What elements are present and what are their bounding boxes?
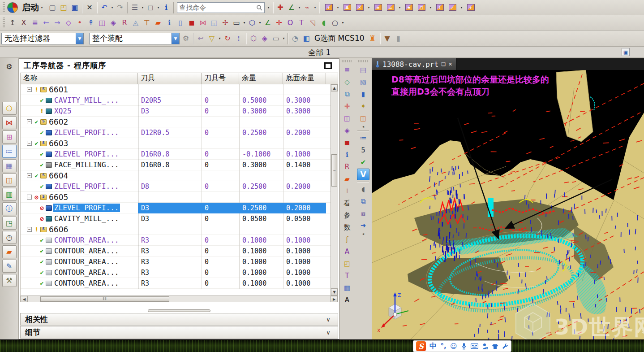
input-method-bar[interactable]: S 中 °, ☺ 13 <box>413 340 511 352</box>
login-person-icon[interactable]: 13 <box>482 343 488 350</box>
undo-icon[interactable]: ↶ <box>99 2 110 13</box>
polygon-tool-icon[interactable]: ⬡ <box>247 17 258 28</box>
radius-r-icon[interactable]: R <box>119 17 130 28</box>
close-icon[interactable]: ✕ <box>84 2 95 13</box>
wcs-orient-icon[interactable]: ✚ <box>275 2 286 13</box>
dashed-rect-icon[interactable]: ▭ <box>270 33 281 44</box>
assembly-cut-view-icon[interactable]: ◧ <box>301 33 312 44</box>
resource-bar-web-browser[interactable]: ◳ <box>2 217 17 230</box>
operation-row-contour-area-[interactable]: ✔CONTOUR_AREA...R300.10000.1000 <box>21 278 331 289</box>
object-information-icon[interactable]: ℹ <box>161 2 172 13</box>
undock-view-icon[interactable]: ❏ <box>441 61 446 67</box>
scroll-up-icon[interactable]: ▲ <box>331 84 338 91</box>
layer-category-icon[interactable]: ⧉ <box>341 88 353 100</box>
info-cube-icon[interactable]: ℹ <box>341 149 353 161</box>
hexagon-point-icon[interactable]: ⬡ <box>248 33 259 44</box>
mirror-plane-icon[interactable]: ⋈ <box>197 17 208 28</box>
ring-o-icon[interactable]: O <box>285 17 296 28</box>
fruit-cube-icon[interactable]: ◫ <box>357 113 369 124</box>
operation-row-zlevel-profi-[interactable]: ✔ZLEVEL_PROFI...D800.25000.2000 <box>21 181 331 192</box>
radius-r-icon[interactable]: R <box>341 161 353 173</box>
operation-row-zlevel-profi-[interactable]: ⊘ZLEVEL_PROFI...D300.25000.2000 <box>21 203 331 213</box>
s5-step-icon[interactable]: 5 <box>357 144 369 156</box>
program-group-row-6603[interactable]: −✔6603 <box>21 138 331 149</box>
layer-visible-icon[interactable]: ◇ <box>341 76 353 88</box>
copy-face-button[interactable]: = <box>373 2 383 13</box>
panel-restore-icon[interactable] <box>324 62 332 69</box>
chevron-down-icon[interactable]: ▼ <box>172 33 179 44</box>
resource-bar-gear[interactable]: ⚙ <box>2 60 17 73</box>
horizontal-scrollbar[interactable]: ◀ ⦀⦀ ▶ <box>21 296 338 302</box>
bounded-cube-icon[interactable]: ◈ <box>108 17 119 28</box>
spring-tool-icon[interactable]: ʃ <box>341 234 353 245</box>
hook-arrow-icon[interactable]: ↩ <box>195 33 206 44</box>
settings-wrench-icon[interactable] <box>502 343 508 349</box>
generate-doc-icon[interactable]: ▧ <box>357 76 369 88</box>
back-arrow-icon[interactable]: ← <box>41 17 52 28</box>
chevron-down-icon[interactable]: ▾ <box>282 33 286 44</box>
cylinder-tool-icon[interactable]: ▯ <box>175 17 186 28</box>
datum-triad-icon[interactable]: ⌁ <box>302 2 313 13</box>
operation-row-contour-area-[interactable]: ✔CONTOUR_AREA...R300.10000.1000 <box>21 267 331 278</box>
gear-link-icon[interactable]: ⚙ <box>180 33 191 44</box>
chevron-down-icon[interactable]: ▾ <box>313 2 317 13</box>
chevron-down-icon[interactable]: ∨ <box>323 329 333 336</box>
chevron-down-icon[interactable]: ▼ <box>76 33 83 44</box>
tool-shank-icon[interactable]: ▮ <box>393 33 404 44</box>
snap-point-icon[interactable]: • <box>74 17 85 28</box>
toolbar-grip[interactable] <box>3 2 5 13</box>
chevron-down-icon[interactable]: ▾ <box>459 2 464 13</box>
program-group-row-6605[interactable]: −⊘6605 <box>21 192 331 203</box>
save-icon[interactable]: ▣ <box>69 2 80 13</box>
sequence-target-icon[interactable]: ⁞ <box>233 33 244 44</box>
operation-row-cavity-mill-[interactable]: ⊘CAVITY_MILL_...D300.05000.0500 <box>21 213 331 224</box>
operation-row-contour-area-[interactable]: ✔CONTOUR_AREA...R300.10000.1000 <box>21 246 331 256</box>
search-input[interactable] <box>179 4 256 12</box>
column-header-stock[interactable]: 余量 <box>239 73 283 84</box>
color-wedge-icon[interactable]: ▰ <box>341 173 353 185</box>
table-anchor-icon[interactable]: ⊤ <box>142 17 152 28</box>
skin-shirt-icon[interactable] <box>492 343 498 349</box>
column-header-toolno[interactable]: 刀具号 <box>202 73 239 84</box>
operation-row-contour-area-[interactable]: ✔CONTOUR_AREA...R300.10000.1000 <box>21 235 331 246</box>
edit-annotation-icon[interactable]: A <box>341 246 353 257</box>
copy-to-machine-icon[interactable]: ⧇ <box>357 208 369 219</box>
panel-splitter[interactable] <box>19 309 339 313</box>
tool-holder-icon[interactable]: ▼ <box>382 33 393 44</box>
chevron-down-icon[interactable]: ▾ <box>429 2 433 13</box>
csys-dynamic-icon[interactable]: ∠ <box>286 2 297 13</box>
chinese-mode-icon[interactable]: 中 <box>429 342 437 351</box>
post-spotlight-icon[interactable]: ◖ <box>357 183 369 195</box>
can-char-icon[interactable]: 参 <box>341 209 353 221</box>
copy-to-doc-icon[interactable]: ⧉ <box>357 196 369 207</box>
chevron-down-icon[interactable]: ▾ <box>341 17 345 28</box>
text-note-icon[interactable]: T <box>341 270 353 282</box>
program-group-row-6602[interactable]: −✔6602 <box>21 117 331 127</box>
paste-face-button[interactable]: ≡ <box>385 2 396 13</box>
resource-bar-palette-wand[interactable]: ▰ <box>2 245 17 258</box>
mcs-stamp-icon[interactable]: ♜ <box>367 33 378 44</box>
program-group-row-6604[interactable]: −✔6604 <box>21 170 331 181</box>
redo-icon[interactable]: ↷ <box>115 2 125 13</box>
scroll-right-icon[interactable]: ▶ <box>331 296 338 302</box>
tree-collapse-icon[interactable]: − <box>27 173 32 178</box>
red-cube-view-icon[interactable]: ◼ <box>186 17 197 28</box>
spotlight-icon[interactable]: ◖ <box>318 17 329 28</box>
start-menu-button[interactable]: 启动 ▾ <box>20 0 46 15</box>
emoji-smiley-icon[interactable]: ☺ <box>450 342 457 350</box>
selection-scope-combo[interactable]: 整个装配 ▼ <box>89 33 180 44</box>
program-group-row-6606[interactable]: −!6606 <box>21 224 331 235</box>
chevron-left-icon[interactable]: ◂ <box>362 125 364 129</box>
chevron-down-icon[interactable]: ∨ <box>323 316 333 323</box>
view-list-icon[interactable]: ☰ <box>129 2 140 13</box>
pattern-axis-icon[interactable]: ✢ <box>220 17 231 28</box>
chevron-down-icon[interactable]: ▾ <box>110 2 114 13</box>
shu-char-icon[interactable]: 数 <box>341 222 353 233</box>
delete-face-button[interactable]: ✕ <box>354 2 365 13</box>
rect-tool-icon[interactable]: ▭ <box>231 17 242 28</box>
red-cube-view-icon[interactable]: ◼ <box>341 137 353 148</box>
horizontal-scroll-thumb[interactable]: ⦀⦀ <box>40 296 169 302</box>
resource-bar-internet-info[interactable]: ⓘ <box>2 202 17 215</box>
chevron-down-icon[interactable]: ▾ <box>398 2 402 13</box>
chevron-down-icon[interactable]: ▾ <box>266 2 270 13</box>
